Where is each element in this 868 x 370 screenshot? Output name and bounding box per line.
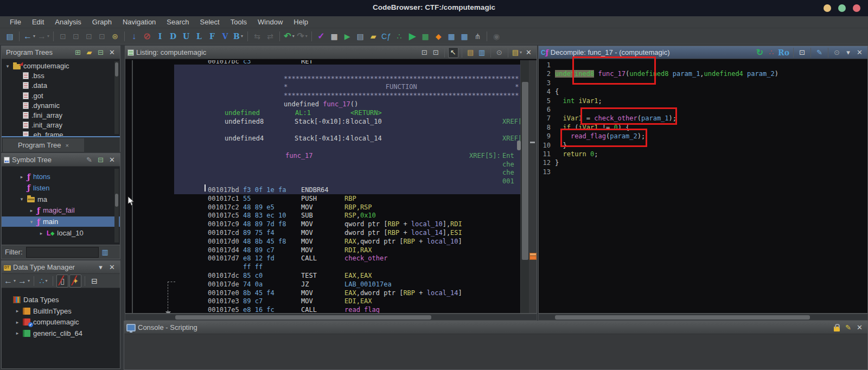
close-icon[interactable]: ✕ [524,47,534,58]
chevron-down-icon[interactable]: ▾ [95,262,106,273]
memory-icon[interactable]: ▦ [419,30,431,43]
tree-item-builtintypes[interactable]: ▸BuiltInTypes [2,306,120,316]
letter-f-icon[interactable]: F [206,30,218,43]
decompile-line[interactable]: 5 int iVar1; [539,97,867,106]
cursor-highlight-icon[interactable]: ↖ [448,47,458,58]
decompile-hscrollbar[interactable] [538,314,868,321]
listing-row[interactable] [125,125,537,134]
diff-view-icon[interactable]: ▥ [477,47,487,58]
expander-icon[interactable]: ▸ [19,174,24,180]
tree-item-ma[interactable]: ▾ma [2,194,120,205]
console-output[interactable] [124,334,867,369]
edit-icon[interactable]: ✎ [84,155,94,165]
tree-item-computemagic[interactable]: ▸computemagic [2,317,120,327]
letter-u-icon[interactable]: U [180,30,192,43]
tree-item-local_10[interactable]: ▸Llocal_10 [2,228,120,238]
close-window-button[interactable] [853,4,860,12]
tree-item-bss[interactable]: .bss [2,71,120,81]
listing-vertical-scrollbar[interactable] [520,60,529,313]
tree-item-computemagic[interactable]: ▾computemagic [2,61,120,71]
decompile-line[interactable]: 13 [539,168,867,177]
menu-file[interactable]: File [4,17,27,27]
listing-row[interactable]: 001017d448 89 c7MOVRDI,RAX [125,246,537,254]
expander-icon[interactable]: ▸ [29,208,34,213]
listing-hscrollbar[interactable] [125,314,537,321]
listing-row[interactable]: 001017e08b 45 f4MOVEAX,dword ptr [RBP + … [125,289,537,297]
maximize-button[interactable] [838,4,846,12]
edit-icon[interactable]: ✎ [843,322,853,333]
menu-select[interactable]: Select [195,17,225,27]
tree-item-listen[interactable]: ƒlisten [2,183,120,193]
table-add-icon[interactable]: ▦ [458,30,470,43]
splitter-grip[interactable] [517,141,521,150]
paste-icon[interactable]: ⊡ [431,47,441,58]
dt-folder-icon[interactable]: ▰ [367,30,379,43]
listing-row[interactable]: 001017c155PUSHRBP [125,194,537,203]
page-prev-icon[interactable]: ⊡ [57,30,69,43]
close-icon[interactable]: ✕ [107,155,117,165]
swap-out-icon[interactable]: ⇄ [264,30,276,43]
tree-item-magic_fail[interactable]: ▸ƒmagic_fail [2,205,120,215]
close-icon[interactable]: ✕ [854,322,865,333]
listing-row[interactable]: 001017de74 0aJZLAB_001017ea [125,280,537,289]
program-trees-scrollbar[interactable] [114,61,119,134]
letter-i-icon[interactable]: I [154,30,166,43]
goto-symbol-icon[interactable]: ⊟ [95,155,106,165]
listing-row[interactable]: 001017d7e8 12 fdCALLcheck_other [125,254,537,263]
new-tree-icon[interactable]: ⊞ [73,47,83,58]
overview-marker-gray[interactable] [530,142,535,143]
letter-d-icon[interactable]: D [167,30,179,43]
tree-item-got[interactable]: .got [2,91,120,101]
listing-row[interactable]: 001017e389 c7MOVEDI,EAX [125,297,537,305]
close-icon[interactable]: ✕ [107,47,117,58]
menu-analysis[interactable]: Analysis [49,17,86,27]
decompile-line[interactable]: 4{ [539,88,867,97]
page-refresh-icon[interactable]: ⊛ [109,30,121,43]
listing-row[interactable]: 001017e5e8 16 fcCALLread_flag [125,305,537,313]
goto-symbol-icon[interactable]: ⊟ [95,47,106,58]
decompile-hscroll-thumb[interactable] [555,315,810,320]
tree-item-datatypes[interactable]: Data Types [2,295,120,305]
cf-icon[interactable]: Cƒ [380,30,392,43]
callgraph-icon[interactable]: ∴ [766,47,776,58]
menu-navigation[interactable]: Navigation [117,17,161,27]
page-down-icon[interactable]: ⊡ [96,30,108,43]
tree-item-generic_clib_64[interactable]: ▸generic_clib_64 [2,328,120,339]
save-icon[interactable]: ▤ [4,30,16,43]
clear-code-icon[interactable]: ⊘ [141,30,153,43]
table-icon[interactable]: ▦ [445,30,457,43]
export-icon[interactable]: ▶ [341,30,353,43]
close-icon[interactable]: ✕ [854,47,865,58]
snapshot-icon[interactable]: ⊙ [832,47,842,58]
listing-row[interactable]: undefined4Stack[-0x14]:4local_14XREF[2] [125,134,537,143]
letter-v-icon[interactable]: V [219,30,231,43]
listing-row[interactable]: 001017bcc3RET [125,60,537,66]
listing-options-icon[interactable]: ▤▾ [512,47,522,58]
minimize-button[interactable] [824,4,831,12]
expander-icon[interactable]: ▾ [5,63,10,69]
listing-row[interactable]: undefinedAL:1<RETURN> [125,109,537,117]
menu-help[interactable]: Help [288,17,314,27]
menu-edit[interactable]: Edit [27,17,49,27]
close-icon[interactable]: ✕ [107,262,117,273]
listing-row[interactable]: * FUNCTION * [125,82,537,91]
edit-icon[interactable]: ✎ [814,47,825,58]
disassemble-icon[interactable]: ↓ [128,30,140,43]
expander-icon[interactable]: ▾ [19,196,24,202]
refresh-icon[interactable]: ↻ [755,47,765,58]
open-folder-icon[interactable]: ▰ [84,47,94,58]
associations-icon[interactable]: ∴▾ [37,275,49,288]
listing-row[interactable]: ****************************************… [125,74,537,83]
symbol-tree-scrollbar[interactable] [114,169,119,243]
menu-graph[interactable]: Graph [87,17,117,27]
binary-view-icon[interactable]: ▦ [328,30,340,43]
copy-icon[interactable]: ⊡ [419,47,430,58]
chevron-down-icon[interactable]: ▾ [843,47,853,58]
tree-item-data[interactable]: .data [2,80,120,91]
expander-icon[interactable]: ▸ [15,320,20,325]
listing-row[interactable]: undefined func_17() [125,100,537,109]
listing-row[interactable]: 001017c948 89 7d f8MOVqword ptr [RBP + l… [125,220,537,228]
hierarchy-icon[interactable]: ⋔ [471,30,483,43]
tree-item-main[interactable]: ▾ƒmain [2,216,120,227]
forward-icon[interactable]: →▾ [17,275,30,288]
